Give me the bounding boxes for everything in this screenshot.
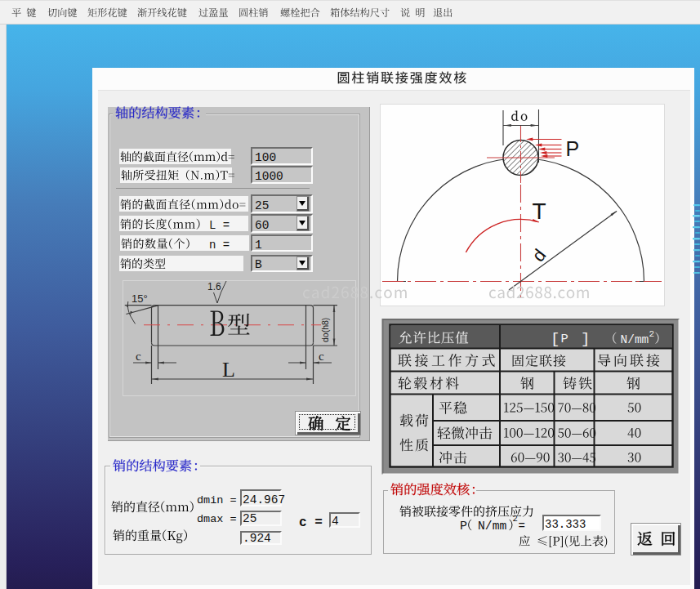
svg-text:c =: c = [299, 515, 323, 530]
svg-text:c: c [136, 350, 141, 363]
svg-text:1000: 1000 [255, 170, 283, 183]
svg-text:.924: .924 [243, 532, 271, 545]
svg-text:1.6: 1.6 [207, 281, 221, 292]
svg-text:2: 2 [649, 329, 655, 339]
svg-text:4: 4 [332, 515, 339, 528]
svg-text:do(h8): do(h8) [320, 318, 330, 342]
svg-text:24.967: 24.967 [243, 493, 285, 506]
svg-text:dmin =: dmin = [197, 494, 237, 506]
svg-text:n =: n = [209, 239, 230, 252]
svg-text:[: [ [551, 330, 560, 348]
svg-text:100: 100 [255, 151, 276, 164]
svg-text:N/mm: N/mm [478, 520, 506, 533]
svg-text:N/mm: N/mm [621, 333, 649, 346]
svg-text:=: = [519, 520, 525, 533]
svg-text:T: T [533, 199, 546, 224]
svg-text:2: 2 [513, 514, 518, 524]
svg-text:P: P [561, 332, 568, 346]
svg-text:25: 25 [255, 199, 269, 212]
svg-text:15°: 15° [132, 292, 148, 305]
svg-text:]: ] [581, 330, 590, 348]
svg-text:B: B [255, 258, 262, 271]
svg-text:33.333: 33.333 [545, 518, 586, 531]
svg-text:1: 1 [255, 239, 262, 252]
svg-text:60: 60 [255, 219, 269, 232]
svg-text:dmax =: dmax = [197, 513, 237, 525]
svg-text:L: L [222, 358, 235, 382]
svg-text:25: 25 [243, 512, 256, 525]
svg-text:P: P [566, 137, 580, 160]
svg-text:P: P [460, 520, 467, 533]
svg-text:L =: L = [209, 219, 230, 232]
svg-text:c: c [319, 350, 324, 363]
